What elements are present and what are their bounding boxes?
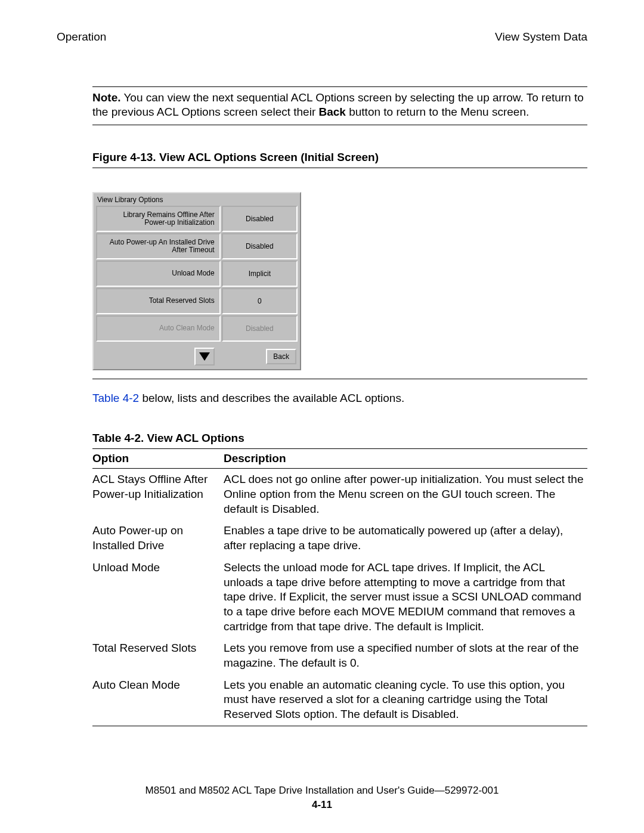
cell-description: ACL does not go online after power-up in… bbox=[224, 469, 587, 521]
option-label: Unload Mode bbox=[96, 261, 221, 287]
cell-description: Enables a tape drive to be automatically… bbox=[224, 520, 587, 556]
horizontal-rule bbox=[92, 379, 587, 379]
option-value: Disabled bbox=[222, 206, 298, 232]
cell-description: Lets you remove from use a specified num… bbox=[224, 637, 587, 674]
acl-options-table: Option Description ACL Stays Offline Aft… bbox=[92, 448, 587, 726]
cell-option: Auto Clean Mode bbox=[92, 674, 224, 726]
option-row: Auto Power-up An Installed Drive After T… bbox=[96, 233, 298, 259]
table-row: Unload Mode Selects the unload mode for … bbox=[92, 557, 587, 637]
option-label: Total Reserved Slots bbox=[96, 288, 221, 314]
note-text-2: button to return to the Menu screen. bbox=[346, 106, 529, 118]
option-row: Library Remains Offline After Power-up I… bbox=[96, 206, 298, 232]
option-label: Auto Clean Mode bbox=[96, 315, 221, 342]
cell-option: ACL Stays Offline After Power-up Initial… bbox=[92, 469, 224, 521]
next-screen-button[interactable] bbox=[194, 348, 215, 366]
table-row: Auto Power-up on Installed Drive Enables… bbox=[92, 520, 587, 556]
chevron-down-icon bbox=[199, 352, 210, 361]
option-row: Unload Mode Implicit bbox=[96, 261, 298, 287]
table-crossref-link[interactable]: Table 4-2 bbox=[92, 392, 139, 404]
col-header-description: Description bbox=[224, 448, 587, 469]
option-value: Disabled bbox=[222, 315, 298, 342]
note-block: Note. You can view the next sequential A… bbox=[92, 86, 587, 125]
note-bold-word: Back bbox=[319, 106, 346, 118]
cell-description: Lets you enable an automatic cleaning cy… bbox=[224, 674, 587, 726]
table-row: Auto Clean Mode Lets you enable an autom… bbox=[92, 674, 587, 726]
cell-option: Total Reserved Slots bbox=[92, 637, 224, 674]
view-library-options-panel: View Library Options Library Remains Off… bbox=[92, 192, 301, 371]
back-button[interactable]: Back bbox=[266, 349, 296, 364]
figure-caption: Figure 4-13. View ACL Options Screen (In… bbox=[92, 150, 587, 168]
option-value: Implicit bbox=[222, 261, 298, 287]
col-header-option: Option bbox=[92, 448, 224, 469]
option-row: Total Reserved Slots 0 bbox=[96, 288, 298, 314]
option-label: Library Remains Offline After Power-up I… bbox=[96, 206, 221, 232]
cell-description: Selects the unload mode for ACL tape dri… bbox=[224, 557, 587, 637]
option-value: Disabled bbox=[222, 233, 298, 259]
table-caption: Table 4-2. View ACL Options bbox=[92, 431, 587, 446]
cell-option: Auto Power-up on Installed Drive bbox=[92, 520, 224, 556]
intro-rest: below, lists and describes the available… bbox=[139, 392, 404, 404]
option-value: 0 bbox=[222, 288, 298, 314]
intro-paragraph: Table 4-2 below, lists and describes the… bbox=[92, 391, 587, 406]
footer-page-number: 4-11 bbox=[0, 798, 644, 812]
option-label: Auto Power-up An Installed Drive After T… bbox=[96, 233, 221, 259]
footer-doc-title: M8501 and M8502 ACL Tape Drive Installat… bbox=[145, 785, 499, 796]
header-left: Operation bbox=[57, 30, 106, 45]
page-footer: M8501 and M8502 ACL Tape Drive Installat… bbox=[0, 784, 644, 812]
option-row-disabled: Auto Clean Mode Disabled bbox=[96, 315, 298, 342]
header-right: View System Data bbox=[495, 30, 587, 45]
table-row: Total Reserved Slots Lets you remove fro… bbox=[92, 637, 587, 674]
panel-title: View Library Options bbox=[94, 193, 300, 206]
cell-option: Unload Mode bbox=[92, 557, 224, 637]
table-row: ACL Stays Offline After Power-up Initial… bbox=[92, 469, 587, 521]
note-label: Note. bbox=[92, 91, 121, 104]
